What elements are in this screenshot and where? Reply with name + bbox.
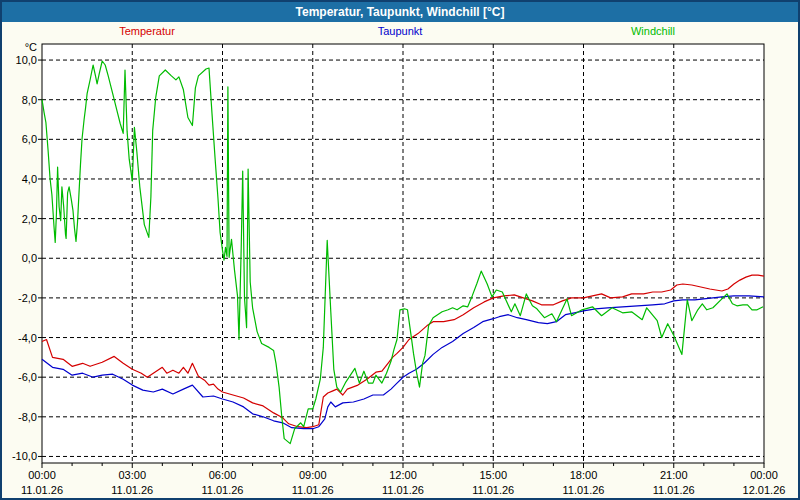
x-tick-time-label: 12:00 bbox=[389, 469, 417, 481]
page-title: Temperatur, Taupunkt, Windchill [°C] bbox=[296, 5, 505, 19]
title-bar: Temperatur, Taupunkt, Windchill [°C] bbox=[2, 2, 798, 22]
x-tick-time-label: 21:00 bbox=[660, 469, 688, 481]
y-tick-label: 8,0 bbox=[22, 94, 37, 106]
y-tick-label: 4,0 bbox=[22, 173, 37, 185]
plot-area bbox=[42, 44, 764, 463]
y-tick-label: 0,0 bbox=[22, 252, 37, 264]
x-tick-time-label: 18:00 bbox=[570, 469, 598, 481]
x-tick-date-label: 11.01.26 bbox=[201, 484, 243, 496]
x-tick-date-label: 11.01.26 bbox=[562, 484, 604, 496]
chart-window: Temperatur, Taupunkt, Windchill [°C] Tem… bbox=[0, 0, 800, 500]
x-tick-date-label: 11.01.26 bbox=[21, 484, 63, 496]
x-tick-date-label: 11.01.26 bbox=[653, 484, 695, 496]
y-tick-label: -6,0 bbox=[18, 371, 37, 383]
y-tick-label: -2,0 bbox=[18, 292, 37, 304]
x-tick-time-label: 00:00 bbox=[750, 469, 778, 481]
y-tick-label: 6,0 bbox=[22, 133, 37, 145]
y-tick-label: 10,0 bbox=[16, 54, 37, 66]
x-tick-time-label: 09:00 bbox=[299, 469, 327, 481]
y-tick-label: 2,0 bbox=[22, 213, 37, 225]
legend-label-taupunkt: Taupunkt bbox=[378, 25, 423, 37]
y-tick-label: -8,0 bbox=[18, 411, 37, 423]
legend-item-windchill: Windchill bbox=[603, 25, 703, 40]
x-tick-time-label: 03:00 bbox=[118, 469, 146, 481]
x-tick-date-label: 11.01.26 bbox=[292, 484, 334, 496]
legend-item-taupunkt: Taupunkt bbox=[350, 25, 450, 40]
x-tick-date-label: 11.01.26 bbox=[382, 484, 424, 496]
legend-label-windchill: Windchill bbox=[631, 25, 675, 37]
x-tick-time-label: 00:00 bbox=[28, 469, 56, 481]
legend-item-temperatur: Temperatur bbox=[97, 25, 197, 40]
x-tick-date-label: 11.01.26 bbox=[111, 484, 153, 496]
x-tick-date-label: 12.01.26 bbox=[743, 484, 786, 496]
x-tick-time-label: 15:00 bbox=[479, 469, 507, 481]
y-tick-label: -10,0 bbox=[12, 450, 37, 462]
y-tick-label: -4,0 bbox=[18, 332, 37, 344]
legend-label-temperatur: Temperatur bbox=[119, 25, 175, 37]
line-chart: 10,08,06,04,02,00,0-2,0-4,0-6,0-8,0-10,0… bbox=[32, 40, 772, 500]
x-tick-date-label: 11.01.26 bbox=[472, 484, 514, 496]
x-tick-time-label: 06:00 bbox=[209, 469, 237, 481]
